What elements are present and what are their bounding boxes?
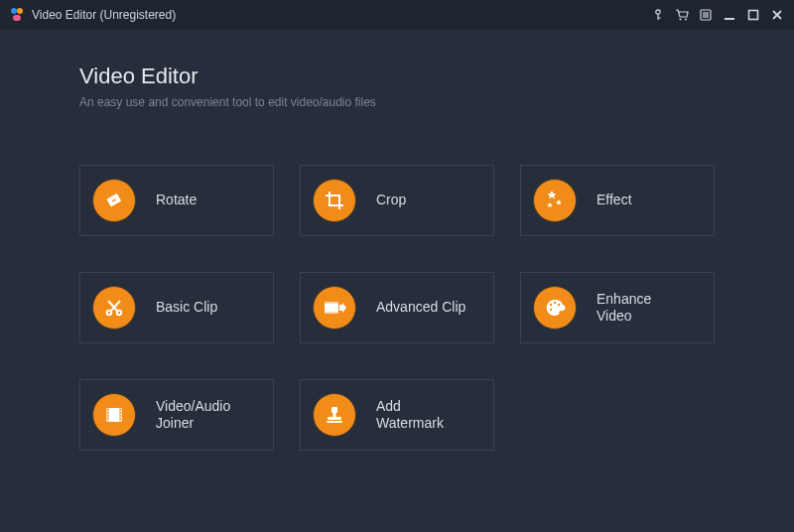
- svg-rect-23: [325, 302, 338, 304]
- svg-point-1: [17, 8, 23, 14]
- svg-point-25: [550, 304, 552, 306]
- film-arrow-icon: [313, 286, 356, 330]
- svg-rect-32: [107, 409, 109, 411]
- svg-rect-40: [331, 407, 337, 413]
- rotate-card[interactable]: Rotate: [79, 165, 274, 236]
- svg-point-28: [550, 309, 552, 311]
- svg-rect-38: [120, 415, 122, 417]
- svg-point-7: [685, 19, 687, 21]
- content-area: Video Editor An easy use and convenient …: [0, 30, 794, 451]
- enhance-video-card[interactable]: EnhanceVideo: [520, 272, 715, 343]
- film-icon: [92, 393, 136, 437]
- rotate-icon: [92, 179, 136, 222]
- advanced-clip-card[interactable]: Advanced Clip: [300, 272, 494, 343]
- palette-icon: [533, 286, 577, 330]
- svg-rect-36: [120, 409, 122, 411]
- close-button[interactable]: [766, 4, 788, 26]
- crop-label: Crop: [376, 192, 406, 209]
- basic-clip-label: Basic Clip: [156, 299, 217, 317]
- svg-point-26: [554, 302, 556, 304]
- scissors-icon: [92, 286, 136, 330]
- svg-rect-34: [107, 415, 109, 417]
- crop-icon: [313, 179, 356, 222]
- svg-point-6: [680, 19, 682, 21]
- crop-card[interactable]: Crop: [300, 165, 494, 236]
- svg-rect-35: [107, 418, 109, 420]
- stamp-icon: [313, 393, 356, 437]
- svg-rect-43: [327, 421, 342, 423]
- minimize-button[interactable]: [719, 4, 740, 26]
- menu-icon[interactable]: [695, 4, 717, 26]
- advanced-clip-label: Advanced Clip: [376, 299, 465, 317]
- app-logo-icon: [8, 6, 26, 24]
- watermark-label: AddWatermark: [376, 398, 444, 433]
- joiner-label: Video/AudioJoiner: [156, 398, 230, 433]
- maximize-button[interactable]: [742, 4, 764, 26]
- rotate-label: Rotate: [156, 192, 197, 209]
- svg-rect-42: [328, 417, 341, 420]
- titlebar: Video Editor (Unregistered): [0, 0, 794, 30]
- page-title: Video Editor: [79, 64, 715, 89]
- key-icon[interactable]: [647, 4, 669, 26]
- svg-point-3: [656, 10, 660, 14]
- svg-rect-33: [107, 412, 109, 414]
- enhance-video-label: EnhanceVideo: [596, 291, 651, 326]
- watermark-card[interactable]: AddWatermark: [300, 379, 494, 451]
- svg-rect-37: [120, 412, 122, 414]
- svg-rect-2: [13, 15, 21, 21]
- window-title: Video Editor (Unregistered): [32, 8, 176, 22]
- tools-grid: Rotate Crop Effect: [79, 165, 715, 451]
- svg-rect-41: [333, 413, 336, 417]
- joiner-card[interactable]: Video/AudioJoiner: [79, 379, 274, 451]
- effect-label: Effect: [596, 192, 632, 209]
- page-subtitle: An easy use and convenient tool to edit …: [79, 95, 715, 109]
- svg-rect-24: [325, 312, 338, 314]
- svg-rect-39: [120, 418, 122, 420]
- effect-card[interactable]: Effect: [520, 165, 715, 236]
- svg-rect-12: [725, 18, 734, 20]
- cart-icon[interactable]: [671, 4, 693, 26]
- basic-clip-card[interactable]: Basic Clip: [79, 272, 274, 343]
- svg-point-0: [11, 8, 17, 14]
- effect-icon: [533, 179, 577, 222]
- svg-point-27: [558, 304, 560, 306]
- svg-rect-13: [749, 11, 758, 20]
